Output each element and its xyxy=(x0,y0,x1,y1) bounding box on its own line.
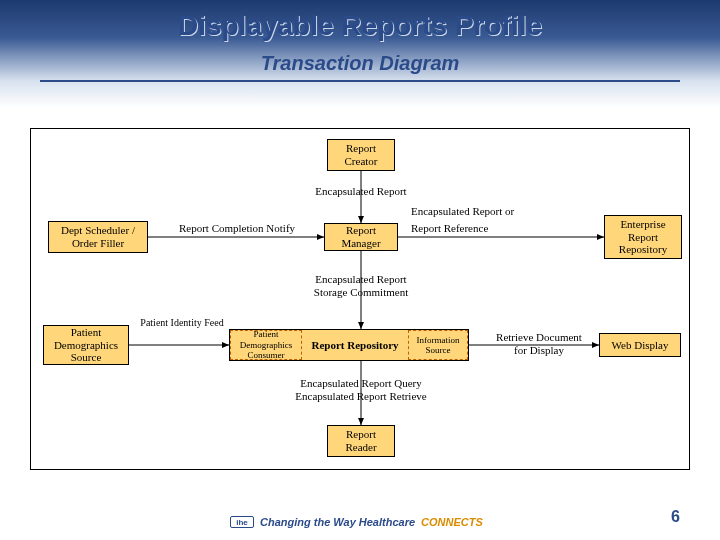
label-encapsulated-report: Encapsulated Report xyxy=(263,185,459,198)
node-report-manager: ReportManager xyxy=(324,223,398,251)
node-enterprise-repo: EnterpriseReportRepository xyxy=(604,215,682,259)
label-report-reference: Report Reference xyxy=(411,222,581,235)
slide-subtitle: Transaction Diagram xyxy=(0,52,720,75)
diagram-arrows xyxy=(31,129,691,471)
node-dept-scheduler: Dept Scheduler /Order Filler xyxy=(48,221,148,253)
footer-text-b: CONNECTS xyxy=(421,516,483,528)
node-information-source: InformationSource xyxy=(408,330,468,360)
footer-tagline: ihe Changing the Way Healthcare CONNECTS xyxy=(230,516,483,528)
node-patient-demo-consumer: PatientDemographicsConsumer xyxy=(230,330,302,360)
label-patient-identity-feed: Patient Identity Feed xyxy=(117,317,247,329)
node-report-reader: ReportReader xyxy=(327,425,395,457)
node-web-display: Web Display xyxy=(599,333,681,357)
label-retrieve-for-display: Retrieve Documentfor Display xyxy=(479,331,599,356)
slide-title: Displayable Reports Profile xyxy=(0,10,720,42)
footer-text-a: Changing the Way Healthcare xyxy=(260,516,415,528)
ihe-logo-icon: ihe xyxy=(230,516,254,528)
label-report-completion-notify: Report Completion Notify xyxy=(157,222,317,235)
title-underline xyxy=(40,80,680,82)
label-query-retrieve: Encapsulated Report QueryEncapsulated Re… xyxy=(247,377,475,402)
page-number: 6 xyxy=(671,508,680,526)
label-storage-commitment: Encapsulated ReportStorage Commitment xyxy=(259,273,463,298)
node-report-creator: ReportCreator xyxy=(327,139,395,171)
node-patient-demo-source: PatientDemographicsSource xyxy=(43,325,129,365)
node-report-repository-container: PatientDemographicsConsumer Report Repos… xyxy=(229,329,469,361)
node-report-repository: Report Repository xyxy=(302,330,408,360)
transaction-diagram: ReportCreator Encapsulated Report Encaps… xyxy=(30,128,690,470)
label-encapsulated-report-or: Encapsulated Report or xyxy=(411,205,607,218)
